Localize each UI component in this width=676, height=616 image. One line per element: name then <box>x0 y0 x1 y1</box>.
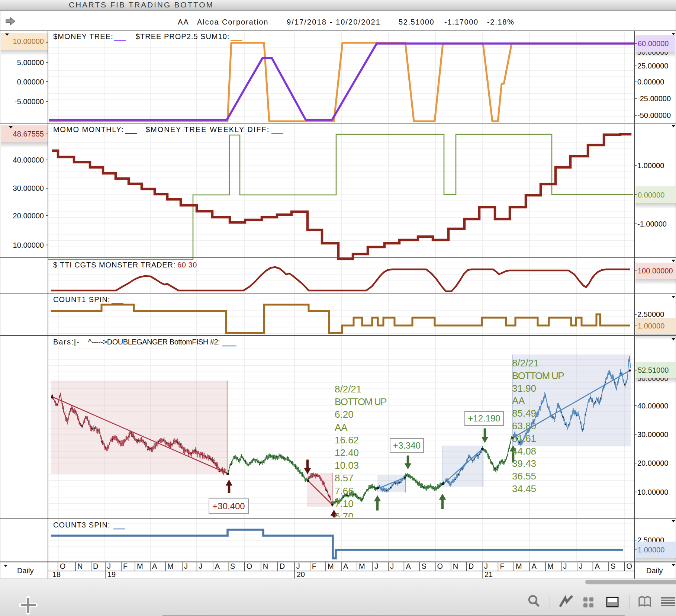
svg-text:10.03: 10.03 <box>335 460 359 471</box>
svg-text:Daily: Daily <box>646 567 663 575</box>
svg-text:30.00000: 30.00000 <box>637 430 668 439</box>
svg-text:1.00000: 1.00000 <box>637 161 664 170</box>
svg-text:85.49: 85.49 <box>512 408 536 419</box>
svg-text:21: 21 <box>485 570 493 578</box>
svg-text:M: M <box>167 562 174 570</box>
svg-text:8/2/21: 8/2/21 <box>335 384 361 395</box>
svg-text:20: 20 <box>297 570 305 578</box>
svg-text:J: J <box>296 562 300 570</box>
svg-text:Alcoa Corporation: Alcoa Corporation <box>197 18 268 26</box>
svg-text:CHARTS FIB TRADING BOTTOM: CHARTS FIB TRADING BOTTOM <box>69 0 214 9</box>
svg-text:6.20: 6.20 <box>335 409 354 420</box>
svg-text:N: N <box>263 562 268 570</box>
svg-text:63.80: 63.80 <box>512 420 536 431</box>
svg-text:MOMO MONTHLY:: MOMO MONTHLY: <box>53 125 124 134</box>
svg-text:AA: AA <box>178 18 189 26</box>
svg-text:-: - <box>77 338 79 346</box>
svg-text:+30.400: +30.400 <box>212 501 245 511</box>
svg-text:BOTTOM UP: BOTTOM UP <box>512 370 564 381</box>
svg-text:J: J <box>184 562 188 570</box>
svg-text:D: D <box>93 562 98 570</box>
svg-text:Bars:: Bars: <box>53 338 74 346</box>
svg-text:19: 19 <box>107 570 116 578</box>
svg-text:7.10: 7.10 <box>335 498 354 509</box>
svg-text:1.00000: 1.00000 <box>638 322 664 330</box>
svg-text:5.00000: 5.00000 <box>17 58 44 67</box>
svg-text:40.00000: 40.00000 <box>13 156 44 164</box>
svg-text:J: J <box>484 562 488 570</box>
svg-text:F: F <box>500 562 504 570</box>
svg-text:AA: AA <box>335 422 348 433</box>
svg-text:2.50000: 2.50000 <box>637 310 664 318</box>
svg-text:A: A <box>531 562 537 570</box>
svg-text:BOTTOM UP: BOTTOM UP <box>335 396 386 407</box>
svg-text:J: J <box>563 562 567 570</box>
svg-text:39.43: 39.43 <box>512 458 536 469</box>
svg-text:COUNT1 SPIN:: COUNT1 SPIN: <box>53 295 110 304</box>
svg-text:S: S <box>611 562 615 570</box>
svg-text:S: S <box>422 562 426 570</box>
svg-text:N: N <box>453 562 458 570</box>
svg-text:A: A <box>343 562 348 570</box>
svg-text:F: F <box>312 562 316 570</box>
svg-text:-1.00000: -1.00000 <box>637 220 667 228</box>
svg-text:20.00000: 20.00000 <box>13 212 44 220</box>
svg-text:J: J <box>199 562 203 570</box>
svg-text:51.61: 51.61 <box>512 433 536 444</box>
svg-text:36.55: 36.55 <box>512 471 536 482</box>
svg-text:+3.340: +3.340 <box>393 440 421 450</box>
svg-text:+12.190: +12.190 <box>468 413 500 423</box>
svg-text:8/2/21: 8/2/21 <box>512 357 539 369</box>
svg-text:10.00000: 10.00000 <box>637 488 668 496</box>
svg-text:Daily: Daily <box>17 567 33 575</box>
svg-text:M: M <box>137 562 143 570</box>
svg-text:AA: AA <box>512 395 525 406</box>
svg-text:31.90: 31.90 <box>512 383 536 394</box>
svg-text:D: D <box>469 562 474 570</box>
svg-text:1.00000: 1.00000 <box>638 546 664 554</box>
svg-text:S: S <box>230 562 235 570</box>
svg-text:M: M <box>359 562 365 570</box>
svg-text:7.66: 7.66 <box>335 485 354 497</box>
svg-text:16.62: 16.62 <box>335 434 359 446</box>
svg-text:-50.00000: -50.00000 <box>637 111 671 119</box>
svg-text:30.00000: 30.00000 <box>13 184 44 192</box>
svg-text:40.00000: 40.00000 <box>637 402 668 410</box>
svg-text:D: D <box>280 562 285 570</box>
svg-text:0.00000: 0.00000 <box>638 191 664 199</box>
svg-text:M: M <box>328 562 334 570</box>
svg-text:9/17/2018 - 10/20/2021: 9/17/2018 - 10/20/2021 <box>287 18 381 26</box>
svg-text:$MONEY TREE WEEKLY DIFF:: $MONEY TREE WEEKLY DIFF: <box>146 125 270 134</box>
svg-text:48.67555: 48.67555 <box>13 130 44 138</box>
svg-text:COUNT3 SPIN:: COUNT3 SPIN: <box>53 521 110 529</box>
svg-text:100.00000: 100.00000 <box>638 267 673 275</box>
svg-text:J: J <box>579 562 583 570</box>
svg-text:44.08: 44.08 <box>512 446 536 457</box>
svg-text:8.57: 8.57 <box>335 472 354 484</box>
svg-text:N: N <box>77 562 83 570</box>
svg-text:18: 18 <box>52 570 61 578</box>
svg-text:^----->DOUBLEGANGER BottomFISH: ^----->DOUBLEGANGER BottomFISH #2: <box>88 338 220 346</box>
svg-text:0.00000: 0.00000 <box>17 78 44 86</box>
svg-text:O: O <box>60 562 66 570</box>
svg-text:$ TTI CGTS MONSTER TRADER:: $ TTI CGTS MONSTER TRADER: <box>53 261 176 269</box>
svg-text:O: O <box>437 562 443 570</box>
svg-text:25.00000: 25.00000 <box>637 62 668 70</box>
svg-text:10.00000: 10.00000 <box>13 241 44 249</box>
svg-text:A: A <box>215 562 220 570</box>
svg-text:-1.17000: -1.17000 <box>444 18 479 26</box>
svg-text:J: J <box>374 562 378 570</box>
svg-text:M: M <box>516 562 522 570</box>
svg-text:0.00000: 0.00000 <box>637 78 664 86</box>
svg-text:12.40: 12.40 <box>335 447 359 458</box>
svg-text:-2.18%: -2.18% <box>487 18 515 26</box>
svg-text:60.00000: 60.00000 <box>638 39 669 48</box>
svg-text:F: F <box>123 562 128 570</box>
svg-text:A: A <box>152 562 157 570</box>
svg-text:34.45: 34.45 <box>512 483 536 494</box>
svg-text:52.51000: 52.51000 <box>638 366 669 374</box>
svg-text:$MONEY TREE:: $MONEY TREE: <box>53 32 113 41</box>
svg-text:20.00000: 20.00000 <box>637 459 668 467</box>
svg-text:10.00000: 10.00000 <box>13 37 44 45</box>
svg-text:J: J <box>390 562 394 570</box>
